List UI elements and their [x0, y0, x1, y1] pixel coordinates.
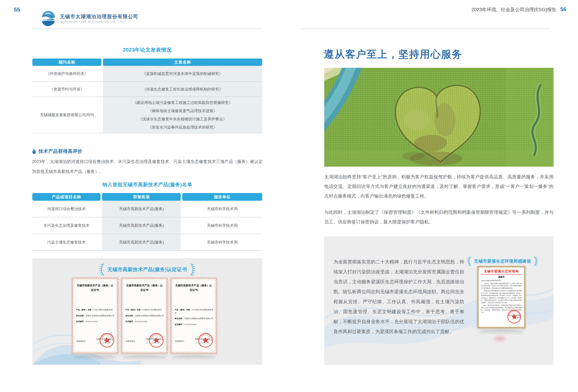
certificates-panel-title-row: 无锡市高新技术产品(服务)认定证书 [32, 263, 262, 276]
product-label: 产品（服务）名称： [175, 309, 192, 311]
article-cell: 《河道生态修复工程长效运维保障机制的研究》 [103, 82, 262, 97]
article-title: 《建设用地土壤污染修复工程施工过程风险防控措施研究》 [133, 98, 233, 107]
papers-table-header-journal: 期刊名称 [32, 58, 101, 66]
company-name-cn: 无锡市太湖湖泊治理股份有限公司 [60, 13, 139, 20]
number-value: WX2022G0667 [86, 320, 98, 322]
water-drop-icon [32, 148, 36, 154]
journal-cell: 《环境保护与循环经济》 [32, 66, 101, 81]
product-value: 污染土壤生态修复技术 [93, 309, 113, 311]
company-name-en: WUXI TAIHU LAKE RESTORATION CO., LTD [60, 20, 124, 23]
section-title: 技术产品获得高评价 [39, 148, 83, 154]
section-body: 2023年，太湖湖泊的河道排口综合整治技术、水污染生态治理及修复技术、污染土壤生… [32, 157, 263, 176]
company-logo-icon [40, 10, 57, 28]
certificate-reflection [73, 355, 117, 360]
letter-org: 无锡市梁溪生态环境局 [480, 269, 523, 273]
product-value: 河道排口综合整治技术 [143, 309, 162, 311]
red-seal-icon: 无锡市梁溪生态环境局 [507, 309, 522, 324]
award-cell: 无锡市高新技术产品(服务) [102, 201, 181, 217]
hightech-header-award: 荣誉奖项 [102, 193, 181, 201]
papers-table: 期刊名称 文章名称 《环境保护与循环经济》 《蓝藻削减装置对河道水体中蓝藻的削减… [32, 58, 262, 133]
article-cell: 《建设用地土壤污染修复工程施工过程风险防控措施研究》 《钢铁地块土壤修复废气治理… [103, 97, 262, 133]
certificate-reflection [123, 355, 166, 360]
letter-body: 无锡市太湖湖泊治理股份有限公司： 今年以来，无锡市梁溪区全面贯彻落实党的二十大精… [481, 279, 522, 313]
award-cell: 无锡市高新技术产品(服务) [102, 234, 181, 250]
journal-cell: 无锡城建发展集团有限公司内刊 [32, 97, 101, 133]
article-title: 《钢铁地块土壤修复废气治理技术进展》 [148, 107, 217, 115]
certificate-card: 无锡市高新技术产品（服务）认定证书 产品（服务）名称：河道排口综合整治技术 单位… [121, 277, 168, 354]
unit-label: 单位名称： [175, 317, 184, 319]
number-label: 证书编号： [76, 320, 86, 322]
table-row: 水污染生态治理及修复技术 无锡市高新技术产品(服务) 无锡市科学技术局 [32, 217, 262, 234]
laurel-left-icon [467, 256, 472, 266]
page-number-right: 56 [560, 6, 566, 13]
certificates-panel: 无锡市高新技术产品(服务)认定证书 无锡市高新技术产品（服务）认定证书 产品（服… [32, 258, 262, 365]
thank-you-letter: 无锡市梁溪生态环境局 感谢信 无锡市太湖湖泊治理股份有限公司： 今年以来，无锡市… [477, 266, 526, 328]
unit-value: 无锡市太湖湖泊治理股份有限公司 [184, 317, 213, 319]
issuer-cell: 无锡市科学技术局 [182, 217, 262, 234]
secondment-body: 为全面贯彻落实党的二十大精神，践行习近平生态文明思想，持续深入打好污染防治攻坚战… [334, 257, 464, 337]
certificate-validity: 有效期伍年 [126, 340, 135, 343]
red-seal-icon: 无锡市科学技术局 [197, 332, 214, 349]
number-value: WX2022G0669 [184, 323, 196, 325]
table-row: 《环境保护与循环经济》 《蓝藻削减装置对河道水体中蓝藻的削减研究》 [32, 66, 262, 82]
papers-table-title: 2023年论文发表情况 [32, 46, 262, 53]
letter-title-row: 无锡市梁溪生态环境局感谢信 [462, 256, 543, 266]
certificate-validity: 有效期伍年 [76, 340, 86, 343]
hightech-table: 产品或项目名称 荣誉奖项 颁发单位 河道排口综合整治技术 无锡市高新技术产品(服… [32, 193, 262, 251]
laurel-left-icon [99, 263, 105, 276]
letter-salutation: 无锡市太湖湖泊治理股份有限公司： [481, 279, 522, 282]
product-cell: 水污染生态治理及修复技术 [32, 217, 100, 234]
customer-service-paragraph: 太湖湖泊始终坚持“客户至上”的原则，积极为客户权益保驾护航，持续为客户提供高品质… [324, 172, 554, 201]
number-value: WX2022G0668 [135, 320, 147, 322]
award-cell: 无锡市高新技术产品(服务) [102, 217, 181, 234]
unit-label: 单位名称： [76, 315, 86, 317]
seal-reflection [492, 334, 508, 343]
heart-wetland-photo [324, 68, 554, 167]
letter-heading: 感谢信 [479, 275, 524, 278]
number-label: 证书编号： [125, 320, 135, 322]
letter-title: 无锡市梁溪生态环境局感谢信 [474, 258, 531, 264]
certificate-fields: 产品（服务）名称：污染土壤生态修复技术 单位名称：无锡市太湖湖泊治理股份有限公司… [76, 308, 115, 326]
hightech-table-title: 纳入首批无锡市高新技术产品(服务)名单 [32, 181, 262, 188]
table-row: 污染土壤生态修复技术 无锡市高新技术产品(服务) 无锡市科学技术局 [32, 234, 262, 251]
letter-reflection [479, 330, 524, 335]
journal-cell: 《资源节约与环保》 [32, 82, 101, 97]
certificate-validity: 有效期伍年 [175, 340, 185, 343]
letter-paragraph: 今年以来，无锡市梁溪区全面贯彻落实党的二十大精神，践行习近平生态文明思想，持续深… [481, 282, 522, 289]
table-row: 河道排口综合整治技术 无锡市高新技术产品(服务) 无锡市科学技术局 [32, 201, 262, 217]
unit-value: 无锡市太湖湖泊治理股份有限公司 [135, 315, 164, 317]
product-cell: 污染土壤生态修复技术 [32, 234, 100, 250]
product-label: 产品（服务）名称： [125, 309, 143, 311]
certificate-fields: 产品（服务）名称：河道排口综合整治技术 单位名称：无锡市太湖湖泊治理股份有限公司… [125, 308, 164, 326]
header-divider-left [31, 29, 263, 29]
red-seal-icon: 无锡市科学技术局 [98, 332, 115, 349]
report-spread: 55 无锡市太湖湖泊治理股份有限公司 WUXI TAIHU LAKE RESTO… [0, 0, 578, 392]
table-row: 《资源节约与环保》 《河道生态修复工程长效运维保障机制的研究》 [32, 82, 262, 97]
report-title: 2023年环境、社会及公司治理(ESG)报告 [471, 6, 556, 13]
certificate-reflection [172, 355, 215, 360]
laurel-right-icon [190, 263, 195, 276]
article-title: 《突发水污染事件应急处理技术的研究》 [148, 123, 217, 131]
unit-label: 单位名称： [125, 315, 135, 317]
hightech-header-product: 产品或项目名称 [32, 193, 100, 201]
header-divider-right [301, 29, 550, 29]
hightech-header-issuer: 颁发单位 [182, 193, 262, 201]
red-seal-icon: 无锡市科学技术局 [148, 332, 165, 349]
article-title: 《浅谈水生态修复中水生植物设计施工及养护要点》 [139, 115, 227, 123]
product-label: 产品（服务）名称： [76, 309, 93, 311]
letter-paragraph: 贵单位充分发挥市属国企责任担当意识，主动服务我区生态环境保护工作大局，先后选派徐… [481, 290, 522, 304]
product-cell: 河道排口综合整治技术 [32, 201, 100, 217]
certificate-fields: 产品（服务）名称：水污染生态治理及修复技术 单位名称：无锡市太湖湖泊治理股份有限… [175, 308, 213, 329]
article-cell: 《蓝藻削减装置对河道水体中蓝藻的削减研究》 [103, 66, 262, 81]
secondment-panel: 为全面贯彻落实党的二十大精神，践行习近平生态文明思想，持续深入打好污染防治攻坚战… [324, 236, 554, 365]
report-header-right: 2023年环境、社会及公司治理(ESG)报告 56 [471, 6, 566, 13]
certificate-card: 无锡市高新技术产品（服务）认定证书 产品（服务）名称：污染土壤生态修复技术 单位… [72, 277, 118, 354]
letter-rule [481, 274, 522, 275]
issuer-cell: 无锡市科学技术局 [182, 201, 262, 217]
papers-table-header-article: 文章名称 [103, 58, 262, 66]
unit-value: 无锡市太湖湖泊治理股份有限公司 [86, 315, 114, 317]
issuer-cell: 无锡市科学技术局 [182, 234, 262, 250]
laurel-right-icon [533, 256, 538, 266]
certificate-card: 无锡市高新技术产品（服务）认定证书 产品（服务）名称：水污染生态治理及修复技术 … [170, 277, 217, 354]
page-number-left: 55 [14, 7, 20, 13]
